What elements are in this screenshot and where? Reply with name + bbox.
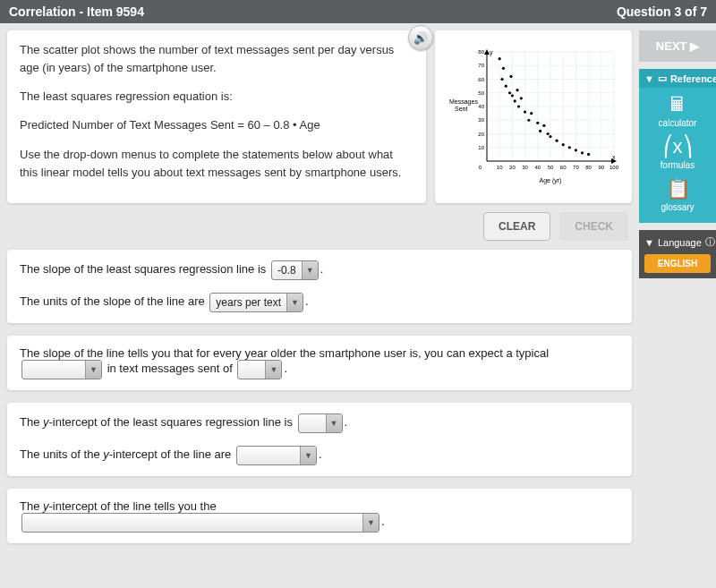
period: . (320, 262, 324, 276)
svg-point-67 (556, 140, 558, 142)
svg-point-72 (587, 153, 590, 156)
calculator-icon: 🖩 (639, 93, 716, 116)
next-button[interactable]: NEXT ▶ (639, 30, 716, 62)
svg-text:90: 90 (598, 165, 604, 170)
prompt-p4: Use the drop-down menus to complete the … (20, 146, 413, 182)
svg-point-49 (500, 78, 503, 81)
check-button: CHECK (559, 212, 628, 241)
svg-point-57 (517, 106, 520, 108)
period: . (305, 294, 309, 308)
glossary-label: glossary (661, 202, 694, 212)
slope-meaning-pre: The slope of the line tells you that for… (20, 346, 549, 360)
header-bar: Correlation - Item 9594 Question 3 of 7 (0, 0, 716, 23)
panel-slope-meaning: The slope of the line tells you that for… (7, 336, 632, 390)
reference-header[interactable]: ▼ ▭ Reference (639, 69, 716, 88)
prompt-p3: Predicted Number of Text Messages Sent =… (20, 116, 413, 134)
chevron-down-icon: ▼ (300, 447, 316, 464)
period: . (284, 362, 287, 375)
dropdown-direction[interactable]: ▼ (21, 360, 102, 379)
svg-text:50: 50 (548, 165, 554, 170)
panel-yintercept-meaning: The y-intercept of the line tells you th… (7, 489, 632, 543)
svg-text:70: 70 (478, 64, 484, 69)
chevron-down-icon: ▼ (265, 361, 281, 379)
svg-text:100: 100 (609, 165, 619, 170)
svg-point-68 (562, 144, 565, 147)
svg-text:Messages: Messages (449, 98, 478, 106)
prompt-card: The scatter plot shows the number of tex… (7, 30, 426, 203)
svg-point-55 (514, 100, 516, 103)
svg-text:30: 30 (522, 165, 528, 170)
page-title: Correlation - Item 9594 (9, 4, 144, 19)
language-header[interactable]: ▼ Language ⓘ (644, 235, 711, 249)
dropdown-yintercept-value[interactable]: ▼ (298, 413, 343, 433)
svg-text:10: 10 (478, 145, 484, 150)
txt: The (20, 415, 43, 429)
svg-text:70: 70 (573, 165, 579, 170)
svg-point-71 (581, 152, 584, 155)
svg-text:40: 40 (534, 165, 541, 170)
svg-point-56 (516, 89, 518, 92)
svg-text:x: x (612, 154, 616, 160)
svg-text:50: 50 (478, 90, 484, 96)
txt: The units of the (20, 447, 103, 461)
dropdown-slope-value[interactable]: -0.8 ▼ (271, 260, 319, 280)
yint-meaning-pre: -intercept of the line tells you the (49, 499, 217, 513)
clear-button[interactable]: CLEAR (483, 212, 550, 241)
slope-meaning-mid: in text messages sent of (107, 362, 233, 375)
svg-point-66 (549, 135, 551, 138)
svg-point-50 (502, 67, 505, 70)
dropdown-value (299, 414, 326, 432)
svg-point-52 (508, 92, 511, 95)
language-english-button[interactable]: ENGLISH (644, 254, 711, 273)
scatter-plot: 1020304050607080901001020304050607080Age… (444, 45, 623, 188)
speaker-icon: 🔊 (413, 31, 428, 45)
chevron-down-icon: ▼ (286, 294, 303, 311)
audio-button[interactable]: 🔊 (408, 25, 433, 50)
dropdown-value (238, 361, 265, 379)
dropdown-yintercept-units[interactable]: ▼ (236, 446, 317, 465)
dropdown-change-amount[interactable]: ▼ (237, 360, 282, 379)
calculator-label: calculator (659, 118, 697, 128)
svg-text:10: 10 (497, 165, 503, 170)
chevron-down-icon: ▼ (326, 414, 342, 432)
glossary-link[interactable]: 📋 glossary (639, 172, 716, 214)
calculator-link[interactable]: 🖩 calculator (639, 88, 716, 130)
svg-text:40: 40 (478, 104, 484, 109)
prompt-p1: The scatter plot shows the number of tex… (20, 41, 413, 77)
reference-panel: ▼ ▭ Reference 🖩 calculator ⎛x⎞ formulas … (639, 69, 716, 223)
chevron-down-icon: ▼ (362, 514, 379, 532)
info-icon: ⓘ (705, 235, 715, 249)
svg-text:Age (yr): Age (yr) (540, 177, 562, 184)
svg-point-61 (530, 112, 533, 115)
svg-text:80: 80 (585, 165, 592, 170)
svg-point-70 (575, 149, 577, 152)
question-progress: Question 3 of 7 (617, 4, 707, 19)
svg-text:Sent: Sent (455, 106, 467, 112)
svg-point-48 (499, 57, 501, 60)
formulas-link[interactable]: ⎛x⎞ formulas (639, 130, 716, 172)
svg-point-54 (511, 95, 514, 98)
svg-point-53 (509, 75, 512, 78)
slope-stmt-pre: The slope of the least squares regressio… (20, 262, 266, 276)
glossary-icon: 📋 (639, 177, 716, 200)
dropdown-slope-units[interactable]: years per text ▼ (209, 293, 303, 312)
play-icon: ▶ (690, 39, 699, 53)
period: . (381, 515, 385, 528)
svg-point-59 (524, 111, 526, 114)
svg-text:30: 30 (478, 118, 484, 124)
svg-text:60: 60 (478, 77, 484, 82)
slope-units-pre: The units of the slope of the line are (20, 294, 205, 308)
dropdown-value (237, 447, 300, 464)
formulas-label: formulas (661, 160, 695, 170)
svg-text:60: 60 (560, 165, 567, 170)
svg-point-63 (539, 130, 541, 132)
chevron-down-icon: ▼ (302, 261, 318, 279)
svg-text:80: 80 (478, 49, 484, 55)
svg-text:y: y (490, 49, 493, 56)
panel-yintercept: The y-intercept of the least squares reg… (7, 403, 632, 476)
language-label: Language (658, 237, 702, 248)
dropdown-yintercept-meaning[interactable]: ▼ (21, 513, 379, 533)
dropdown-value: years per text (210, 294, 286, 311)
next-label: NEXT (656, 39, 687, 53)
period: . (319, 447, 322, 461)
